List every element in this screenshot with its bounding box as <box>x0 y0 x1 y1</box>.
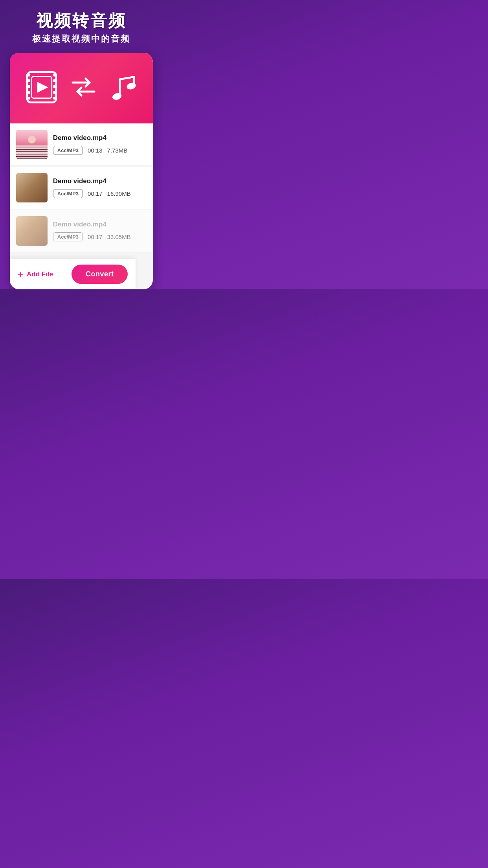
video-icon <box>24 69 60 105</box>
add-file-button[interactable]: + Add File <box>18 269 53 280</box>
file-item[interactable]: Demo video.mp4 Acc/MP3 00:17 16.90MB <box>10 167 153 209</box>
file-info: Demo video.mp4 Acc/MP3 00:17 16.90MB <box>48 177 147 198</box>
file-info: Demo video.mp4 Acc/MP3 00:17 33.05MB <box>48 221 147 241</box>
file-duration: 00:13 <box>88 147 103 154</box>
app-title-sub: 极速提取视频中的音频 <box>8 33 155 45</box>
convert-button[interactable]: Convert <box>72 265 128 284</box>
file-thumbnail <box>16 173 48 202</box>
file-duration: 00:17 <box>88 190 103 197</box>
convert-arrows-icon <box>71 76 96 98</box>
file-meta: Acc/MP3 00:17 16.90MB <box>53 189 147 198</box>
app-container: 视频转音频 极速提取视频中的音频 <box>0 0 163 289</box>
format-badge: Acc/MP3 <box>53 189 83 198</box>
file-size: 33.05MB <box>107 234 131 240</box>
plus-icon: + <box>18 269 24 280</box>
header-section: 视频转音频 极速提取视频中的音频 <box>0 0 163 53</box>
file-name: Demo video.mp4 <box>53 177 147 185</box>
file-size: 7.73MB <box>107 147 128 154</box>
music-icon <box>107 70 139 104</box>
file-name: Demo video.mp4 <box>53 134 147 142</box>
app-title-main: 视频转音频 <box>8 12 155 30</box>
file-item[interactable]: Demo video.mp4 Acc/MP3 00:13 7.73MB <box>10 123 153 166</box>
main-card: Demo video.mp4 Acc/MP3 00:13 7.73MB Demo… <box>10 53 153 289</box>
card-header <box>10 53 153 123</box>
file-thumbnail <box>16 216 48 246</box>
file-meta: Acc/MP3 00:17 33.05MB <box>53 232 147 241</box>
file-info: Demo video.mp4 Acc/MP3 00:13 7.73MB <box>48 134 147 155</box>
format-badge: Acc/MP3 <box>53 232 83 241</box>
file-meta: Acc/MP3 00:13 7.73MB <box>53 146 147 155</box>
bottom-bar: + Add File Convert <box>10 259 136 289</box>
file-duration: 00:17 <box>88 234 103 240</box>
format-badge: Acc/MP3 <box>53 146 83 155</box>
add-file-label: Add File <box>27 270 53 278</box>
file-thumbnail <box>16 130 48 159</box>
file-name: Demo video.mp4 <box>53 221 147 228</box>
file-size: 16.90MB <box>107 190 131 197</box>
file-list: Demo video.mp4 Acc/MP3 00:13 7.73MB Demo… <box>10 123 153 259</box>
file-item[interactable]: Demo video.mp4 Acc/MP3 00:17 33.05MB <box>10 210 153 252</box>
